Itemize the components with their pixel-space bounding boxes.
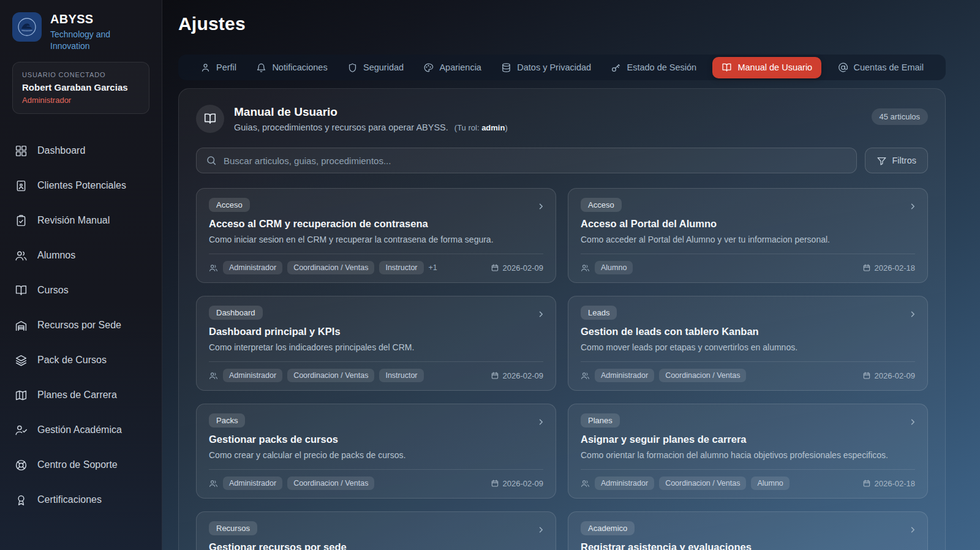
tab-label: Apariencia xyxy=(439,62,481,72)
article-date-text: 2026-02-09 xyxy=(503,371,544,380)
audience-tag: Coordinacion / Ventas xyxy=(287,261,374,274)
filter-icon xyxy=(876,156,887,166)
sidebar-item-recursos-por-sede[interactable]: Recursos por Sede xyxy=(0,313,162,337)
sidebar-item-clientes-potenciales[interactable]: Clientes Potenciales xyxy=(0,173,162,198)
category-badge: Leads xyxy=(581,306,617,320)
sidebar-item-label: Centro de Soporte xyxy=(37,458,118,472)
bell-icon xyxy=(256,62,266,73)
tab-label: Estado de Sesión xyxy=(627,62,696,72)
abyss-wave-logo-icon xyxy=(12,12,42,42)
user-icon xyxy=(200,62,211,73)
tab-estado-de-sesion[interactable]: Estado de Sesión xyxy=(607,57,700,78)
article-footer: AdministradorCoordinacion / VentasInstru… xyxy=(209,361,543,382)
audience-tag: Alumno xyxy=(751,477,789,490)
panel-header: Manual de Usuario Guias, procedimientos … xyxy=(196,105,928,133)
article-title: Gestionar recursos por sede xyxy=(209,541,543,550)
article-title: Gestion de leads con tablero Kanban xyxy=(581,326,915,337)
search-input[interactable] xyxy=(224,156,847,166)
article-description: Como iniciar sesion en el CRM y recupera… xyxy=(209,234,543,246)
article-date: 2026-02-09 xyxy=(491,479,544,488)
article-date-text: 2026-02-09 xyxy=(503,479,544,488)
chevron-right-icon xyxy=(907,416,918,430)
category-badge: Academico xyxy=(581,521,635,535)
sidebar-item-revision-manual[interactable]: Revisión Manual xyxy=(0,208,162,233)
tab-cuentas-de-email[interactable]: Cuentas de Email xyxy=(834,57,927,78)
tab-datos-y-privacidad[interactable]: Datos y Privacidad xyxy=(497,57,595,78)
chevron-right-icon xyxy=(535,201,546,214)
audience-tag: Administrador xyxy=(595,477,654,490)
at-sign-icon xyxy=(838,62,848,73)
article-description: Como orientar la formacion del alumno ha… xyxy=(581,450,915,461)
article-card-asignar-y-seguir-planes-de-carrera[interactable]: PlanesAsignar y seguir planes de carrera… xyxy=(568,404,928,499)
palette-icon xyxy=(423,62,434,73)
article-date: 2026-02-09 xyxy=(491,263,544,273)
article-card-gestion-de-leads-con-tablero-kanban[interactable]: LeadsGestion de leads con tablero Kanban… xyxy=(568,296,928,391)
audience-tag: Coordinacion / Ventas xyxy=(287,369,374,382)
tab-apariencia[interactable]: Apariencia xyxy=(420,57,485,78)
article-title: Asignar y seguir planes de carrera xyxy=(581,434,915,445)
search-row: Filtros xyxy=(196,148,928,173)
article-title: Acceso al Portal del Alumno xyxy=(581,218,915,230)
calendar-icon xyxy=(862,371,871,380)
sidebar-item-label: Clientes Potenciales xyxy=(37,179,126,192)
sidebar-item-gestion-academica[interactable]: Gestión Académica xyxy=(0,418,162,442)
article-date-text: 2026-02-18 xyxy=(875,479,916,488)
sidebar-item-centro-de-soporte[interactable]: Centro de Soporte xyxy=(0,453,162,477)
brand-text: ABYSS Technology and Innovation xyxy=(50,12,124,52)
chevron-right-icon xyxy=(535,309,546,322)
audience-tag: Coordinacion / Ventas xyxy=(659,369,746,382)
chevron-right-icon xyxy=(907,309,918,322)
user-check-icon xyxy=(15,424,28,437)
brand-name: ABYSS xyxy=(50,12,124,26)
role-note-prefix: (Tu rol: xyxy=(454,123,481,132)
role-note: (Tu rol: admin) xyxy=(454,123,508,132)
article-card-gestionar-packs-de-cursos[interactable]: PacksGestionar packs de cursosComo crear… xyxy=(196,404,556,499)
article-card-gestionar-recursos-por-sede[interactable]: RecursosGestionar recursos por sede xyxy=(196,511,556,550)
sidebar-item-alumnos[interactable]: Alumnos xyxy=(0,243,162,268)
article-date: 2026-02-18 xyxy=(862,479,916,488)
article-description: Como mover leads por etapas y convertirl… xyxy=(581,342,915,353)
article-date: 2026-02-18 xyxy=(862,263,916,273)
sidebar-item-dashboard[interactable]: Dashboard xyxy=(0,138,162,163)
article-footer: Alumno2026-02-18 xyxy=(581,254,915,274)
category-badge: Dashboard xyxy=(209,306,263,320)
search-box[interactable] xyxy=(196,148,857,173)
manual-panel: Manual de Usuario Guias, procedimientos … xyxy=(178,88,946,550)
sidebar-item-pack-de-cursos[interactable]: Pack de Cursos xyxy=(0,348,162,372)
audience-tag: Alumno xyxy=(595,261,633,274)
sidebar-item-label: Dashboard xyxy=(37,144,85,157)
article-title: Acceso al CRM y recuperacion de contrase… xyxy=(209,218,543,230)
article-card-dashboard-principal-y-kpis[interactable]: DashboardDashboard principal y KPIsComo … xyxy=(196,296,556,391)
user-card-label: USUARIO CONECTADO xyxy=(22,71,140,78)
tab-notificaciones[interactable]: Notificaciones xyxy=(252,57,331,78)
brand: ABYSS Technology and Innovation xyxy=(0,12,162,52)
tab-perfil[interactable]: Perfil xyxy=(197,57,240,78)
layers-icon xyxy=(15,354,28,367)
tab-manual-de-usuario[interactable]: Manual de Usuario xyxy=(712,57,821,78)
filters-button[interactable]: Filtros xyxy=(865,148,928,173)
tab-label: Cuentas de Email xyxy=(854,62,924,72)
tab-seguridad[interactable]: Seguridad xyxy=(344,57,407,78)
article-title: Registrar asistencia y evaluaciones xyxy=(581,541,915,550)
article-card-acceso-al-crm-y-recuperacion-de-contrasena[interactable]: AccesoAcceso al CRM y recuperacion de co… xyxy=(196,188,556,283)
warehouse-icon xyxy=(15,319,28,332)
page-title: Ajustes xyxy=(178,13,946,34)
filters-label: Filtros xyxy=(892,156,916,165)
sidebar-item-label: Revisión Manual xyxy=(37,214,110,227)
audience-tag: Instructor xyxy=(379,369,423,382)
users-icon xyxy=(581,479,590,488)
settings-tab-bar: PerfilNotificacionesSeguridadAparienciaD… xyxy=(178,55,946,80)
sidebar-item-planes-de-carrera[interactable]: Planes de Carrera xyxy=(0,383,162,407)
sidebar-item-certificaciones[interactable]: Certificaciones xyxy=(0,488,162,512)
grid-icon xyxy=(15,145,28,157)
chevron-right-icon xyxy=(535,524,546,538)
sidebar-item-label: Planes de Carrera xyxy=(37,388,117,402)
sidebar-item-cursos[interactable]: Cursos xyxy=(0,278,162,303)
users-icon xyxy=(209,263,218,273)
sidebar-item-label: Cursos xyxy=(37,284,69,297)
article-card-registrar-asistencia-y-evaluaciones[interactable]: AcademicoRegistrar asistencia y evaluaci… xyxy=(568,511,928,550)
sidebar-item-label: Certificaciones xyxy=(37,493,102,507)
sidebar-nav: DashboardClientes PotencialesRevisión Ma… xyxy=(0,138,162,512)
article-date-text: 2026-02-09 xyxy=(503,263,544,273)
article-card-acceso-al-portal-del-alumno[interactable]: AccesoAcceso al Portal del AlumnoComo ac… xyxy=(568,188,928,283)
